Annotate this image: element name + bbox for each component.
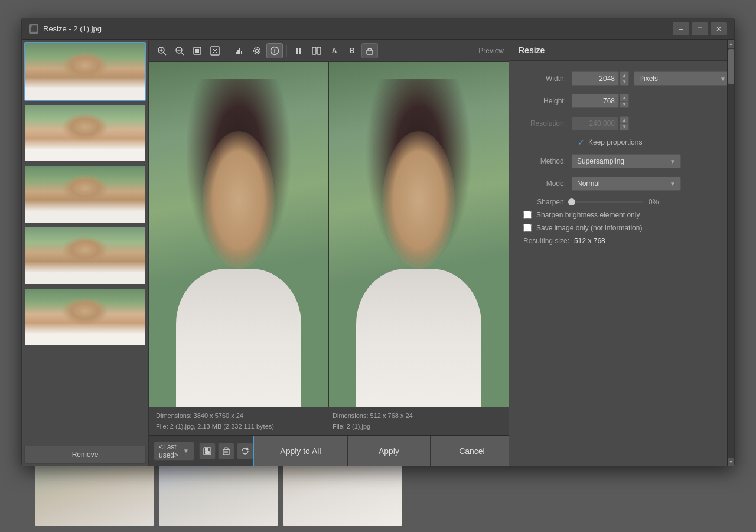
svg-rect-26	[205, 448, 208, 451]
svg-rect-8	[195, 49, 199, 53]
sharpen-slider[interactable]	[572, 201, 643, 203]
svg-rect-15	[241, 51, 242, 54]
sharpen-row: Sharpen: 0%	[519, 198, 718, 206]
unit-value: Pixels	[639, 74, 658, 83]
thumbnail-item-2[interactable]	[24, 103, 146, 162]
resolution-input[interactable]	[572, 116, 619, 130]
label-b-button[interactable]: B	[344, 43, 360, 58]
height-up-button[interactable]: ▲	[620, 94, 629, 101]
maximize-button[interactable]: □	[692, 22, 708, 35]
resolution-row: Resolution: ▲ ▼	[519, 115, 718, 132]
thumbnail-item-5[interactable]	[24, 288, 146, 347]
preview-image	[329, 62, 509, 407]
preview-label: Preview	[478, 47, 504, 55]
thumbnail-list	[22, 40, 148, 443]
toolbar-separator-1	[227, 45, 227, 57]
save-preset-button[interactable]	[199, 443, 216, 459]
resolution-down-button[interactable]: ▼	[620, 123, 629, 130]
sharpen-brightness-label[interactable]: Sharpen brightness element only	[536, 211, 640, 219]
original-file: File: 2 (1).jpg, 2.13 MB (2 232 111 byte…	[156, 422, 325, 432]
method-dropdown[interactable]: Supersampling ▼	[572, 154, 681, 168]
unit-dropdown[interactable]: Pixels ▼	[634, 71, 727, 86]
scroll-down-arrow[interactable]: ▼	[728, 458, 735, 466]
preview-file: File: 2 (1).jpg	[333, 422, 501, 432]
width-input[interactable]	[572, 71, 619, 86]
image-info-bar: Dimensions: 3840 x 5760 x 24 File: 2 (1)…	[149, 407, 509, 435]
app-icon: ⬛	[29, 24, 38, 34]
height-label: Height:	[519, 97, 572, 105]
thumbnail-item-4[interactable]	[24, 226, 146, 285]
height-down-button[interactable]: ▼	[620, 101, 629, 108]
fit-frame-button[interactable]	[189, 43, 206, 58]
toolbar-separator-2	[286, 45, 287, 57]
remove-button[interactable]: Remove	[24, 446, 146, 464]
right-scrollbar[interactable]: ▲ ▼	[727, 40, 734, 466]
save-image-only-label[interactable]: Save image only (not information)	[536, 224, 642, 232]
lock-button[interactable]	[361, 43, 378, 58]
method-row: Method: Supersampling ▼	[519, 153, 718, 169]
reset-button[interactable]	[237, 443, 253, 459]
apply-button[interactable]: Apply	[348, 436, 431, 466]
right-panel: Resize Width: ▲ ▼ Pixels ▼	[509, 40, 727, 466]
mode-dropdown[interactable]: Normal ▼	[572, 177, 681, 191]
width-up-button[interactable]: ▲	[620, 71, 629, 79]
mode-row: Mode: Normal ▼	[519, 175, 718, 192]
preview-dimensions: Dimensions: 512 x 768 x 24	[333, 411, 501, 422]
unit-dropdown-container: Pixels ▼	[634, 71, 727, 86]
scroll-up-arrow[interactable]: ▲	[728, 40, 735, 48]
keep-proportions-label[interactable]: Keep proportions	[588, 138, 642, 146]
sharpen-value: 0%	[649, 198, 666, 206]
sharpen-brightness-checkbox[interactable]	[523, 211, 532, 219]
cancel-button[interactable]: Cancel	[431, 436, 509, 466]
thumbnail-item-1[interactable]	[24, 42, 146, 101]
close-button[interactable]: ✕	[711, 22, 727, 35]
original-image-pane	[149, 62, 328, 407]
thumbnail-item-3[interactable]	[24, 165, 146, 224]
scroll-thumb[interactable]	[728, 49, 734, 84]
zoom-in-button[interactable]	[154, 43, 170, 58]
svg-line-5	[181, 53, 184, 55]
resolution-up-button[interactable]: ▲	[620, 116, 629, 123]
split-view-button[interactable]	[308, 43, 325, 58]
save-image-only-checkbox[interactable]	[523, 224, 532, 232]
resulting-size-label: Resulting size:	[523, 237, 569, 245]
thumbnail-panel: Remove	[22, 40, 149, 466]
svg-rect-13	[237, 50, 239, 54]
svg-text:i: i	[274, 48, 276, 54]
zoom-out-button[interactable]	[171, 43, 188, 58]
window-controls: – □ ✕	[673, 22, 727, 35]
mode-value: Normal	[577, 179, 600, 188]
width-down-button[interactable]: ▼	[620, 79, 629, 86]
keep-proportions-row: ✓ Keep proportions	[519, 138, 718, 147]
preset-value: <Last used>	[159, 443, 178, 459]
mode-dropdown-arrow: ▼	[670, 181, 676, 187]
label-a-button[interactable]: A	[326, 43, 343, 58]
delete-preset-button[interactable]	[218, 443, 234, 459]
toolbar: i A	[149, 40, 509, 62]
pause-button[interactable]	[291, 43, 307, 58]
dialog-title: Resize - 2 (1).jpg	[43, 24, 673, 33]
width-row: Width: ▲ ▼ Pixels ▼	[519, 70, 718, 87]
minimize-button[interactable]: –	[673, 22, 689, 35]
dialog-body: Remove	[22, 40, 734, 466]
mode-label: Mode:	[519, 179, 572, 188]
original-dimensions: Dimensions: 3840 x 5760 x 24	[156, 411, 325, 422]
sharpen-thumb[interactable]	[568, 198, 575, 205]
apply-to-all-button[interactable]: Apply to All	[253, 436, 348, 466]
svg-point-17	[254, 47, 260, 54]
svg-point-16	[256, 49, 259, 52]
info-button[interactable]: i	[266, 43, 283, 58]
histogram-button[interactable]	[231, 43, 247, 58]
svg-rect-23	[317, 47, 321, 54]
width-spinner: ▲ ▼	[620, 71, 629, 86]
svg-rect-20	[296, 48, 298, 54]
height-input[interactable]	[572, 94, 619, 108]
preset-dropdown[interactable]: <Last used> ▼	[154, 442, 194, 461]
height-spinner: ▲ ▼	[620, 94, 629, 108]
bottom-bar: <Last used> ▼	[149, 435, 509, 466]
title-bar: ⬛ Resize - 2 (1).jpg – □ ✕	[22, 18, 734, 40]
sharpen-brightness-row: Sharpen brightness element only	[519, 211, 718, 219]
settings-button[interactable]	[249, 43, 265, 58]
method-value: Supersampling	[577, 157, 624, 165]
fit-all-button[interactable]	[207, 43, 223, 58]
